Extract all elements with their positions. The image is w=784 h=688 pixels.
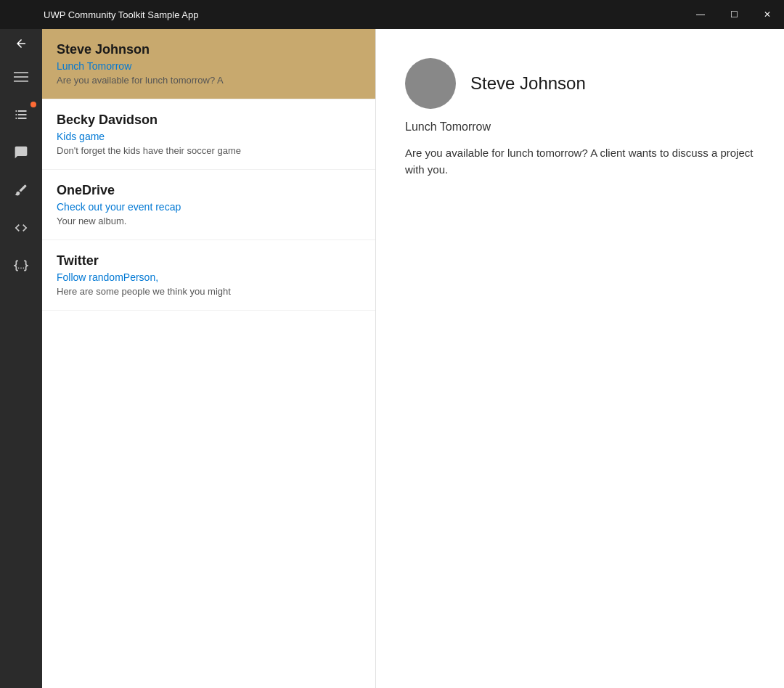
window-controls: — ☐ ✕ xyxy=(684,0,784,29)
message-preview: Don't forget the kids have their soccer … xyxy=(57,145,361,156)
message-subject: Follow randomPerson, xyxy=(57,271,361,283)
svg-rect-2 xyxy=(14,81,28,82)
message-sender: Becky Davidson xyxy=(57,112,361,128)
maximize-button[interactable]: ☐ xyxy=(717,0,751,29)
message-preview: Here are some people we think you might xyxy=(57,286,361,297)
menu-icon[interactable] xyxy=(0,58,42,96)
message-sender: Twitter xyxy=(57,253,361,269)
detail-body: Are you available for lunch tomorrow? A … xyxy=(405,145,755,178)
detail-header: Steve Johnson xyxy=(405,58,755,109)
detail-sender: Steve Johnson xyxy=(470,73,586,94)
message-subject: Kids game xyxy=(57,131,361,142)
detail-pane: Steve Johnson Lunch Tomorrow Are you ava… xyxy=(376,29,784,688)
checklist-icon[interactable] xyxy=(0,96,42,134)
message-list: Steve Johnson Lunch Tomorrow Are you ava… xyxy=(42,29,376,688)
message-preview: Are you available for lunch tomorrow? A xyxy=(57,75,361,86)
minimize-button[interactable]: — xyxy=(684,0,717,29)
title-bar: UWP Community Toolkit Sample App — ☐ ✕ xyxy=(0,0,784,29)
svg-rect-0 xyxy=(14,72,28,73)
list-item[interactable]: OneDrive Check out your event recap Your… xyxy=(42,170,375,240)
sidebar xyxy=(0,29,42,688)
chat-icon[interactable] xyxy=(0,134,42,171)
json-icon[interactable] xyxy=(0,247,42,284)
list-item[interactable]: Steve Johnson Lunch Tomorrow Are you ava… xyxy=(42,29,375,99)
brush-icon[interactable] xyxy=(0,171,42,209)
message-subject: Check out your event recap xyxy=(57,201,361,213)
message-subject: Lunch Tomorrow xyxy=(57,60,361,72)
message-sender: Steve Johnson xyxy=(57,42,361,57)
detail-subject: Lunch Tomorrow xyxy=(405,120,755,134)
close-button[interactable]: ✕ xyxy=(751,0,784,29)
back-button[interactable] xyxy=(0,29,42,58)
message-sender: OneDrive xyxy=(57,183,361,198)
svg-rect-1 xyxy=(14,76,28,78)
code-icon[interactable] xyxy=(0,209,42,247)
list-item[interactable]: Becky Davidson Kids game Don't forget th… xyxy=(42,99,375,170)
app-body: Steve Johnson Lunch Tomorrow Are you ava… xyxy=(0,29,784,688)
app-title: UWP Community Toolkit Sample App xyxy=(44,9,198,20)
avatar xyxy=(405,58,456,109)
message-preview: Your new album. xyxy=(57,216,361,226)
list-item[interactable]: Twitter Follow randomPerson, Here are so… xyxy=(42,240,375,311)
content-area: Steve Johnson Lunch Tomorrow Are you ava… xyxy=(42,29,784,688)
